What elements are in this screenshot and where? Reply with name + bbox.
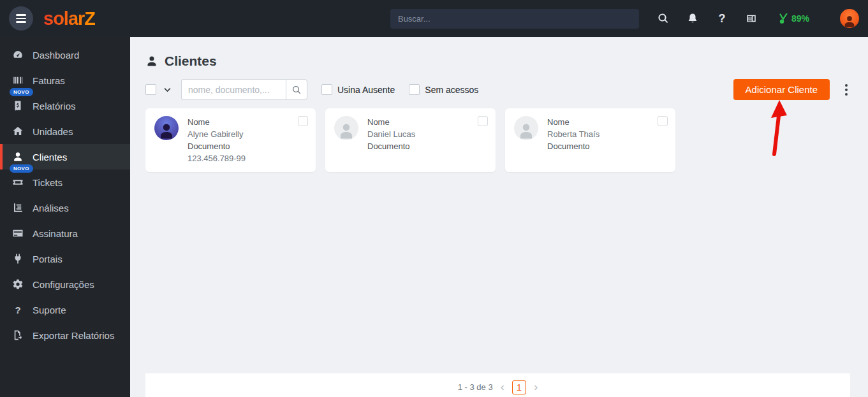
usina-ausente-checkbox[interactable] xyxy=(321,84,332,95)
select-all-checkbox[interactable] xyxy=(145,84,156,95)
document-label: Documento xyxy=(188,140,246,152)
client-avatar-placeholder xyxy=(334,116,358,140)
sidebar-item-label: Dashboard xyxy=(33,50,79,61)
ticket-icon xyxy=(11,177,25,188)
sidebar-item-label: Clientes xyxy=(33,152,67,162)
sidebar-item-suporte[interactable]: ? Suporte xyxy=(0,297,130,322)
usina-ausente-label: Usina Ausente xyxy=(337,85,395,95)
client-card[interactable]: Nome Roberta Thaís Documento xyxy=(505,108,675,172)
hamburger-menu-button[interactable] xyxy=(9,6,33,31)
clients-person-icon xyxy=(145,55,158,68)
client-name: Roberta Thaís xyxy=(547,128,600,140)
person-icon xyxy=(11,151,25,162)
barcode-icon xyxy=(11,75,25,86)
sidebar-item-label: Configurações xyxy=(33,279,94,290)
client-document: 123.456.789-99 xyxy=(188,152,246,164)
global-search-input[interactable] xyxy=(390,9,639,29)
search-icon[interactable] xyxy=(657,12,670,25)
sidebar-item-tickets[interactable]: NOVO Tickets xyxy=(0,170,130,195)
page-title: Clientes xyxy=(145,54,850,69)
sidebar-item-label: Faturas xyxy=(33,75,65,86)
sidebar-item-label: Unidades xyxy=(33,126,73,137)
sidebar-item-label: Portais xyxy=(33,254,63,264)
pagination-summary: 1 - 3 de 3 xyxy=(458,380,493,394)
news-icon[interactable] xyxy=(745,12,758,25)
more-options-kebab-icon[interactable] xyxy=(842,82,850,98)
sidebar-item-exportar-relatorios[interactable]: Exportar Relatórios xyxy=(0,322,130,348)
health-percent: 89% xyxy=(791,13,809,24)
novo-badge: NOVO xyxy=(10,164,33,173)
pagination-bar: 1 - 3 de 3 ‹ 1 › xyxy=(145,373,850,397)
client-name: Daniel Lucas xyxy=(367,128,415,140)
sidebar-item-label: Análises xyxy=(33,203,69,213)
sidebar-item-dashboard[interactable]: Dashboard xyxy=(0,42,130,68)
sidebar-item-label: Assinatura xyxy=(33,228,78,239)
question-icon: ? xyxy=(11,305,25,315)
sidebar-item-label: Exportar Relatórios xyxy=(33,330,114,341)
credit-card-icon xyxy=(11,227,25,239)
client-search-group xyxy=(181,79,307,100)
home-icon xyxy=(11,126,25,137)
health-score[interactable]: 89% xyxy=(778,13,809,24)
client-select-checkbox[interactable] xyxy=(478,116,488,126)
sidebar-item-portais[interactable]: Portais xyxy=(0,246,130,271)
name-label: Nome xyxy=(188,116,246,128)
user-avatar[interactable] xyxy=(840,9,859,28)
top-navbar: solarZ ? 89% xyxy=(0,0,868,37)
client-card[interactable]: Nome Alyne Gabirelly Documento 123.456.7… xyxy=(145,108,316,172)
filter-toolbar: Usina Ausente Sem acessos Adicionar Clie… xyxy=(145,79,850,100)
pagination-page-1[interactable]: 1 xyxy=(512,380,526,394)
file-export-icon xyxy=(11,329,25,341)
sidebar-item-label: Relatórios xyxy=(33,101,76,112)
plug-icon xyxy=(11,253,25,264)
pagination-prev-icon[interactable]: ‹ xyxy=(501,380,504,393)
medal-icon xyxy=(778,13,789,24)
gear-icon xyxy=(11,278,25,290)
pagination-next-icon[interactable]: › xyxy=(534,380,538,393)
client-avatar-photo xyxy=(154,116,179,140)
chevron-down-icon[interactable] xyxy=(163,85,172,94)
sidebar-item-configuracoes[interactable]: Configurações xyxy=(0,271,130,297)
client-search-input[interactable] xyxy=(181,79,286,100)
name-label: Nome xyxy=(547,116,600,128)
client-select-checkbox[interactable] xyxy=(658,116,668,126)
client-select-checkbox[interactable] xyxy=(298,116,308,126)
solarz-logo: solarZ xyxy=(43,8,95,29)
sidebar-item-relatorios[interactable]: NOVO Relatórios xyxy=(0,93,130,119)
hamburger-icon xyxy=(16,14,26,16)
client-name: Alyne Gabirelly xyxy=(188,128,246,140)
page-title-text: Clientes xyxy=(165,54,217,69)
client-cards-list: Nome Alyne Gabirelly Documento 123.456.7… xyxy=(145,108,850,172)
gauge-icon xyxy=(11,49,25,61)
sidebar-item-label: Suporte xyxy=(33,305,66,315)
sem-acessos-label: Sem acessos xyxy=(425,85,478,95)
sidebar-item-label: Tickets xyxy=(33,177,63,188)
avatar-person-icon xyxy=(842,14,857,28)
receipt-icon xyxy=(11,100,25,112)
sidebar-item-analises[interactable]: Análises xyxy=(0,195,130,220)
sem-acessos-checkbox[interactable] xyxy=(409,84,420,95)
client-avatar-placeholder xyxy=(514,116,538,140)
name-label: Nome xyxy=(367,116,415,128)
help-question-icon[interactable]: ? xyxy=(716,12,728,25)
usina-ausente-filter[interactable]: Usina Ausente xyxy=(321,84,395,95)
client-card[interactable]: Nome Daniel Lucas Documento xyxy=(325,108,496,172)
client-search-button[interactable] xyxy=(286,79,307,100)
sidebar: Dashboard Faturas NOVO Relatórios Unidad… xyxy=(0,37,130,397)
document-label: Documento xyxy=(547,140,600,152)
main-content: Clientes Usina Ausente Sem acessos Adici… xyxy=(130,37,868,397)
notifications-bell-icon[interactable] xyxy=(686,12,699,25)
sem-acessos-filter[interactable]: Sem acessos xyxy=(409,84,478,95)
document-label: Documento xyxy=(367,140,415,152)
search-icon xyxy=(291,85,302,95)
chart-icon xyxy=(11,202,25,213)
novo-badge: NOVO xyxy=(10,88,33,96)
sidebar-item-assinatura[interactable]: Assinatura xyxy=(0,220,130,246)
sidebar-item-unidades[interactable]: Unidades xyxy=(0,119,130,144)
add-client-button[interactable]: Adicionar Cliente xyxy=(733,79,830,100)
